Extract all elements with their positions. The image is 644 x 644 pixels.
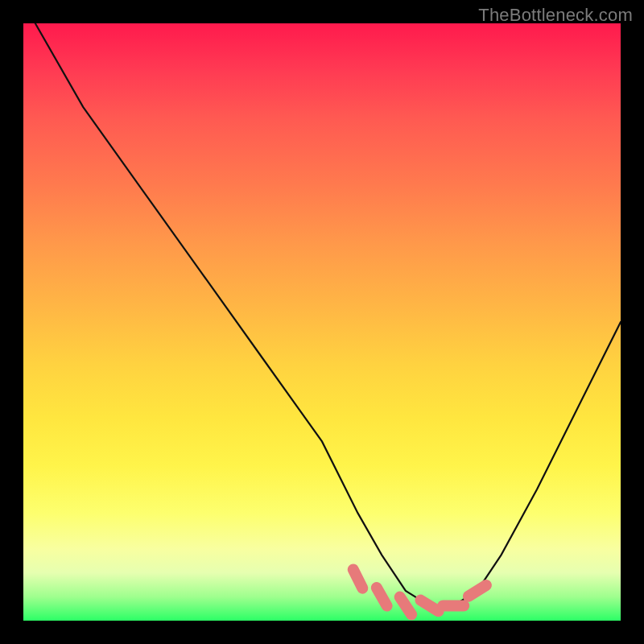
curve-svg bbox=[23, 23, 621, 621]
plot-area bbox=[23, 23, 621, 621]
optimal-marker bbox=[377, 588, 387, 606]
bottleneck-curve-path bbox=[35, 23, 621, 606]
optimal-marker bbox=[400, 597, 411, 615]
chart-frame: TheBottleneck.com bbox=[0, 0, 644, 644]
optimal-range-markers bbox=[353, 569, 486, 614]
optimal-marker bbox=[353, 569, 363, 588]
optimal-marker bbox=[469, 585, 486, 597]
optimal-marker bbox=[421, 601, 439, 612]
